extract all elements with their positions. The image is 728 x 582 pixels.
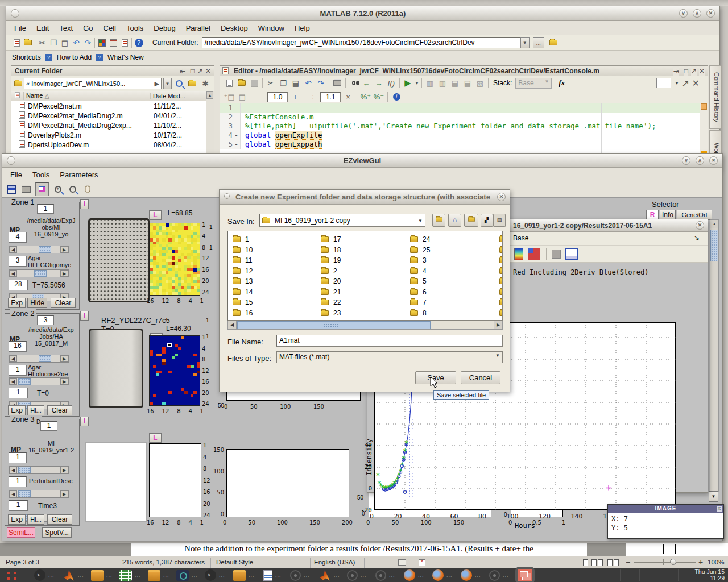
heatmap3-l-button[interactable]: L — [149, 433, 162, 443]
file-manager-icon[interactable] — [91, 570, 104, 581]
insert-section-icon[interactable]: ▤ — [449, 77, 461, 89]
maximize-panel-icon[interactable]: □ — [684, 66, 688, 76]
file-row[interactable]: DMPexcel2mat_MediaDrug2.m 04/01/2... — [11, 111, 206, 120]
find-icon[interactable] — [348, 77, 359, 89]
browse-folder-button[interactable]: ... — [533, 37, 544, 48]
current-folder-input[interactable]: /media/data/EASY/InovImager_jwrCF_WINLin… — [202, 37, 520, 48]
zone3-i-button[interactable]: I — [80, 417, 89, 426]
gear-icon[interactable]: ✱ — [200, 78, 211, 89]
taskbar-item-terminal[interactable]: ... — [201, 568, 230, 582]
code-line[interactable]: 2 %EstartConsole.m — [220, 113, 700, 122]
maximize-icon[interactable]: ∧ — [696, 156, 704, 165]
name-column-header[interactable]: Name △ — [24, 92, 150, 99]
taskbar-menu-dots[interactable]: ... — [48, 572, 55, 578]
taskbar-menu-dots[interactable]: ... — [446, 572, 453, 578]
search-icon[interactable] — [173, 78, 185, 89]
profiler-icon[interactable] — [119, 37, 130, 48]
taskbar-menu-dots[interactable]: ... — [304, 572, 310, 578]
folder-item[interactable]: 21 — [321, 287, 341, 298]
mp-scrollbar[interactable]: ◀▶ — [9, 246, 69, 253]
close-icon[interactable]: ✕ — [709, 156, 718, 165]
redo-icon[interactable]: ↷ — [82, 37, 93, 48]
image-window-titlebar[interactable]: IMAGE X — [608, 505, 723, 513]
folder-list[interactable]: 110111213141516 171819220212223 24253456… — [228, 231, 503, 321]
file-row[interactable]: DMPexcel2mat.m 11/11/2... — [11, 101, 206, 111]
new-script-icon[interactable] — [224, 77, 235, 89]
media-app-icon[interactable] — [375, 570, 386, 581]
back-icon[interactable]: ← — [361, 77, 372, 89]
folder-item[interactable]: 18 — [321, 245, 341, 256]
stack-dropdown[interactable]: Base ▼ — [515, 78, 552, 89]
whats-new-link[interactable]: What's New — [107, 53, 144, 61]
writer-document-icon[interactable] — [263, 570, 272, 581]
folder-item[interactable] — [499, 276, 503, 287]
media-app-icon[interactable] — [290, 570, 301, 581]
mp-index-field[interactable]: 16 — [9, 341, 27, 352]
media-app-icon[interactable] — [347, 570, 358, 581]
save-icon[interactable] — [249, 77, 260, 89]
plate-photo-1[interactable] — [88, 218, 150, 302]
menu-item[interactable]: Help — [295, 24, 310, 32]
taskbar-item-firefox[interactable]: ... — [400, 568, 429, 582]
time-index-field[interactable]: 1 — [9, 500, 28, 511]
zoom-out-icon[interactable]: − — [626, 558, 630, 567]
close-icon[interactable]: ✕ — [692, 78, 700, 89]
simulink-icon[interactable] — [96, 37, 107, 48]
zoom-out-icon[interactable]: − — [67, 184, 78, 195]
clear-button[interactable]: Clear — [51, 298, 76, 308]
taskbar-menu-dots[interactable]: ... — [418, 572, 424, 578]
home-button[interactable]: ⌂ — [448, 214, 461, 227]
taskbar-item-utility-app[interactable]: ... — [173, 568, 201, 582]
folder-item[interactable]: 5 — [410, 276, 430, 287]
close-icon[interactable]: X — [717, 506, 722, 512]
taskbar-item-file-manager[interactable]: ... — [88, 568, 116, 582]
undo-icon[interactable]: ↶ — [71, 37, 82, 48]
run-section-icon[interactable]: ▥ — [424, 77, 436, 89]
open-icon[interactable] — [236, 77, 247, 89]
folder-list-hscrollbar[interactable]: ◀ ▶ — [228, 321, 503, 330]
menu-item[interactable]: File — [10, 171, 22, 179]
taskbar-menu-dots[interactable]: ... — [334, 572, 340, 578]
code-line[interactable]: 3 %[file,path] = uiputfile('.mat','Creat… — [220, 122, 700, 131]
book-view-icon[interactable] — [607, 559, 613, 566]
file-name-input[interactable]: A1mat — [276, 335, 503, 347]
zoom-slider-knob[interactable] — [670, 559, 676, 565]
file-row[interactable]: DpertsUploadDev.m 08/04/2... — [11, 140, 206, 149]
folder-item[interactable]: 17 — [321, 234, 341, 245]
plate-photo-2[interactable] — [89, 329, 143, 408]
time-index-field[interactable]: 1 — [9, 388, 28, 398]
folder-item[interactable]: 23 — [321, 308, 341, 319]
menu-item[interactable]: Desktop — [221, 24, 248, 32]
colormap-icon[interactable] — [514, 248, 523, 260]
plot-a-partial[interactable] — [226, 391, 361, 401]
media-scrollbar[interactable]: ◀▶ — [9, 269, 69, 277]
address-dropdown-icon[interactable]: ▼ — [163, 78, 172, 89]
menu-item[interactable]: Cell — [104, 24, 116, 32]
folder-item[interactable]: 16 — [233, 308, 253, 319]
zone2-i-button[interactable]: I — [80, 311, 89, 321]
new-file-icon[interactable] — [11, 37, 22, 48]
file-row[interactable]: DoverlayPlots2.m 10/17/2... — [11, 130, 206, 140]
minimize-icon[interactable]: ∨ — [682, 156, 690, 165]
cut-icon[interactable]: ✂ — [36, 37, 48, 48]
folder-item[interactable]: 1 — [233, 234, 253, 245]
folder-item[interactable]: 13 — [233, 276, 253, 287]
scroll-right-icon[interactable]: ▶ — [494, 321, 502, 329]
advance-section-icon[interactable]: ▥ — [437, 77, 448, 89]
menu-item[interactable]: File — [14, 24, 26, 32]
hide-button[interactable]: Hide — [27, 298, 47, 308]
zone1-i-button[interactable]: I — [80, 199, 89, 209]
clock[interactable]: Thu Jun 15 11:29 — [694, 569, 725, 581]
save-in-dropdown[interactable]: MI 16_0919_yor1-2 copy ▼ — [259, 214, 425, 227]
block-indent-icon[interactable]: ▧ — [474, 77, 486, 89]
page-count[interactable]: Page 3 of 3 — [6, 559, 39, 566]
firefox-icon[interactable] — [461, 569, 472, 581]
maximize-icon[interactable]: ∧ — [693, 9, 701, 18]
folder-item[interactable]: 15 — [233, 297, 253, 308]
media-index-field[interactable]: 3 — [9, 256, 27, 267]
increase-indent-icon[interactable]: ⁺▤ — [224, 92, 235, 103]
close-icon[interactable]: ✕ — [706, 9, 715, 18]
value-field-2[interactable]: 1.1 — [320, 92, 341, 102]
copy-icon[interactable]: ❐ — [48, 37, 59, 48]
exp-button[interactable]: Exp — [8, 298, 26, 308]
